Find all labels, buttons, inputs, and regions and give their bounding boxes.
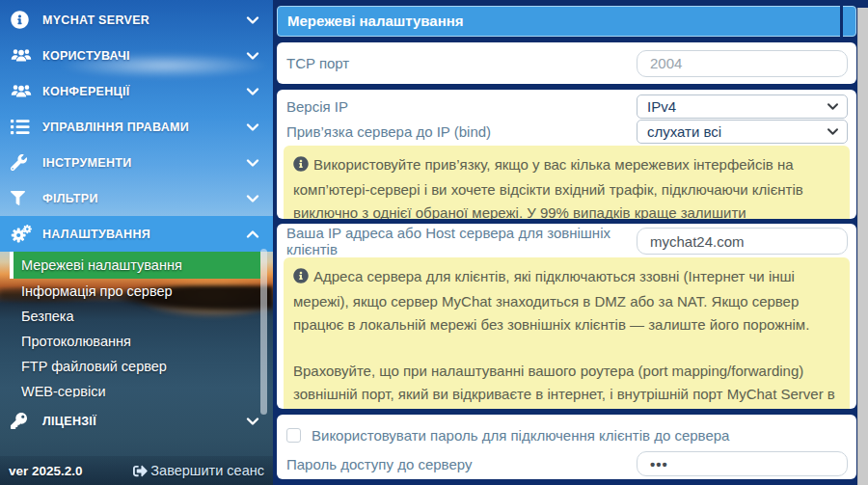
sidebar: MYCHAT SERVER КОРИСТУВАЧІ КОНФЕРЕНЦІЇ (0, 0, 273, 485)
sidebar-item-rights-management[interactable]: УПРАВЛІННЯ ПРАВАМИ (0, 109, 273, 145)
gears-icon (11, 225, 34, 244)
sidebar-menu: MYCHAT SERVER КОРИСТУВАЧІ КОНФЕРЕНЦІЇ (0, 0, 273, 439)
ip-version-value: IPv4 (647, 98, 676, 115)
sidebar-item-label: ФІЛЬТРИ (42, 192, 98, 205)
tcp-port-card: TCP порт (277, 42, 856, 84)
page-title: Мережеві налаштування (277, 6, 856, 37)
info-icon (293, 155, 309, 178)
sidebar-item-tools[interactable]: ІНСТРУМЕНТИ (0, 145, 273, 180)
submenu-item-web-services[interactable]: WEB-сервіси (10, 379, 273, 397)
info-icon (293, 267, 309, 290)
password-card: Використовувати пароль для підключення к… (277, 415, 856, 479)
header-divider (840, 6, 843, 37)
sidebar-item-conferences[interactable]: КОНФЕРЕНЦІЇ (0, 73, 273, 109)
chevron-down-icon (827, 127, 839, 136)
sidebar-item-label: КОНФЕРЕНЦІЇ (42, 85, 129, 98)
submenu-item-logging[interactable]: Протоколювання (10, 329, 273, 354)
tcp-port-row: TCP порт (277, 49, 856, 77)
bind-info-text: Використовуйте прив’язку, якщо у вас кіл… (293, 156, 803, 219)
sidebar-item-licenses[interactable]: ЛІЦЕНЗІЇ (0, 403, 273, 439)
logout-icon (133, 464, 148, 478)
submenu-item-server-info[interactable]: Інформація про сервер (10, 279, 273, 304)
version-label: ver 2025.2.0 (9, 464, 83, 478)
ip-version-label: Версія IP (286, 98, 348, 115)
sidebar-item-settings[interactable]: НАЛАШТУВАННЯ (0, 216, 273, 252)
sidebar-item-label: ІНСТРУМЕНТИ (42, 156, 132, 170)
chevron-down-icon (246, 417, 259, 426)
ip-version-select[interactable]: IPv4 (637, 94, 848, 119)
bind-label: Прив’язка сервера до IP (bind) (286, 123, 491, 140)
host-input[interactable] (637, 228, 848, 255)
host-label: Ваша IP адреса або Host сервера для зовн… (286, 225, 637, 257)
sidebar-item-label: MYCHAT SERVER (42, 13, 149, 27)
password-label: Пароль доступу до серверу (286, 456, 472, 472)
chevron-down-icon (246, 194, 259, 203)
filter-icon (11, 191, 34, 205)
sidebar-item-label: ЛІЦЕНЗІЇ (42, 415, 96, 428)
sidebar-item-mychat-server[interactable]: MYCHAT SERVER (0, 2, 273, 38)
bind-select[interactable]: слухати всі (637, 120, 848, 144)
host-row: Ваша IP адреса або Host сервера для зовн… (277, 227, 856, 256)
users-icon (11, 47, 34, 64)
password-input[interactable] (637, 451, 848, 476)
chevron-down-icon (827, 102, 839, 111)
settings-submenu: Мережеві налаштування Інформація про сер… (10, 252, 273, 397)
wrench-icon (11, 154, 34, 171)
sidebar-item-users[interactable]: КОРИСТУВАЧІ (0, 38, 273, 73)
bind-row: Прив’язка сервера до IP (bind) слухати в… (277, 119, 856, 144)
chevron-down-icon (246, 122, 259, 132)
external-host-card: Ваша IP адреса або Host сервера для зовн… (277, 224, 856, 409)
chevron-down-icon (246, 15, 259, 25)
use-password-checkbox[interactable] (286, 428, 301, 443)
logout-button[interactable]: Завершити сеанс (133, 463, 264, 478)
logout-label: Завершити сеанс (150, 463, 264, 478)
chevron-down-icon (246, 87, 259, 96)
chevron-down-icon (246, 158, 259, 168)
host-info-text-1: Адреса сервера для клієнтів, які підключ… (293, 268, 809, 333)
sidebar-item-label: НАЛАШТУВАННЯ (42, 228, 150, 241)
sidebar-item-label: КОРИСТУВАЧІ (42, 49, 130, 63)
ip-settings-card: Версія IP IPv4 Прив’язка сервера до IP (… (277, 90, 856, 219)
tcp-port-input[interactable] (637, 50, 848, 77)
bind-value: слухати всі (647, 123, 721, 140)
info-icon (11, 11, 34, 29)
tcp-port-label: TCP порт (286, 55, 349, 71)
main-scrollbar-track[interactable] (857, 8, 868, 485)
submenu-item-ftp-server[interactable]: FTP файловий сервер (10, 354, 273, 379)
use-password-label: Використовувати пароль для підключення к… (312, 427, 729, 444)
users-icon (11, 83, 34, 99)
list-icon (11, 119, 34, 135)
host-info-paragraph-1: Адреса сервера для клієнтів, які підключ… (293, 265, 838, 337)
submenu-item-network-settings[interactable]: Мережеві налаштування (10, 252, 260, 279)
bind-info-note: Використовуйте прив’язку, якщо у вас кіл… (284, 146, 850, 219)
main-panel: Мережеві налаштування TCP порт Версія IP… (273, 0, 868, 485)
host-info-paragraph-2: Враховуйте, що при налаштуванні вашого р… (293, 360, 838, 409)
key-icon (11, 413, 34, 429)
submenu-item-security[interactable]: Безпека (10, 304, 273, 329)
sidebar-footer: ver 2025.2.0 Завершити сеанс (0, 456, 273, 485)
sidebar-item-filters[interactable]: ФІЛЬТРИ (0, 180, 273, 216)
chevron-down-icon (246, 51, 259, 61)
use-password-row: Використовувати пароль для підключення к… (277, 422, 856, 447)
ip-version-row: Версія IP IPv4 (277, 94, 856, 119)
password-row: Пароль доступу до серверу (277, 449, 856, 478)
host-info-note: Адреса сервера для клієнтів, які підключ… (284, 257, 850, 409)
sidebar-scrollbar-thumb[interactable] (260, 249, 267, 415)
sidebar-item-label: УПРАВЛІННЯ ПРАВАМИ (42, 121, 189, 134)
chevron-up-icon (246, 229, 259, 239)
